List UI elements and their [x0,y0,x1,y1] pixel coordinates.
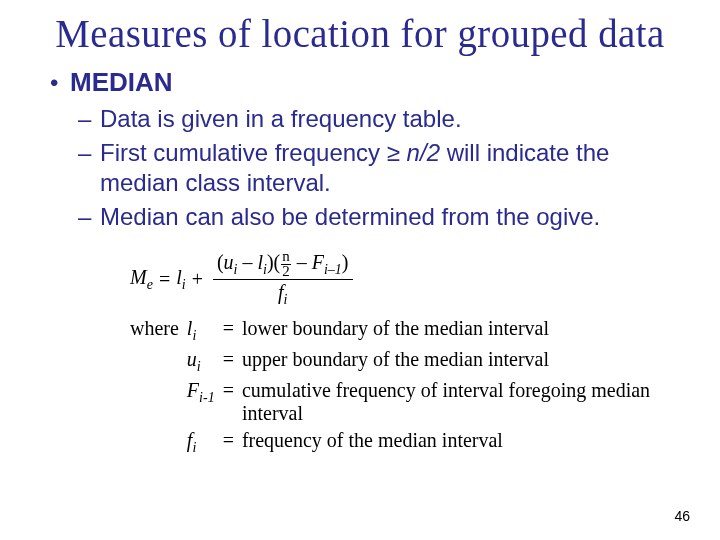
dash-icon: – [78,138,100,168]
m-var: M [130,266,147,288]
content-area: • MEDIAN – Data is given in a frequency … [50,67,680,456]
definitions: where li = lower boundary of the median … [130,317,680,456]
sub-text-1: Data is given in a frequency table. [100,104,462,134]
median-formula: Me = li + (ui – li)(n2 – Fi–1) fi [130,250,680,309]
sub-text-3: Median can also be determined from the o… [100,202,600,232]
def-desc-ui: upper boundary of the median interval [242,348,680,371]
frac-numerator: (ui – li)(n2 – Fi–1) [213,250,353,280]
def-sym-fi: fi [187,429,215,456]
def-eq-3: = [223,379,234,402]
def-desc-li: lower boundary of the median interval [242,317,680,340]
sub-item-2: – First cumulative frequency ≥ n/2 will … [78,138,680,198]
def-eq-4: = [223,429,234,452]
formula-block: Me = li + (ui – li)(n2 – Fi–1) fi where … [130,250,680,456]
n-over-2: n2 [281,250,291,278]
u-var: u [224,251,234,273]
sub-text-2: First cumulative frequency ≥ n/2 will in… [100,138,680,198]
li-term: li [176,266,185,293]
sub-item-3: – Median can also be determined from the… [78,202,680,232]
def-sym-li: li [187,317,215,344]
dash-icon: – [78,104,100,134]
where-label: where [130,317,179,340]
f-cap-sub: i–1 [324,262,342,277]
equals: = [159,268,170,291]
def-sym-ui: ui [187,348,215,375]
def-sym-fi1: Fi-1 [187,379,215,406]
slide-title: Measures of location for grouped data [11,10,709,57]
sub2-n-over-2: n/2 [407,139,440,166]
paren-mid: )( [267,251,280,273]
minus1: – [237,251,257,273]
plus: + [192,268,203,291]
bullet-dot-icon: • [50,71,70,95]
m-sub: e [147,277,153,292]
minus2: – [292,251,312,273]
f-cap-var: F [312,251,324,273]
page-number: 46 [674,508,690,524]
sub-item-1: – Data is given in a frequency table. [78,104,680,134]
li-sub: i [182,277,186,292]
bullet-median: • MEDIAN [50,67,680,98]
def-desc-fi1: cumulative frequency of interval foregoi… [242,379,680,425]
def-eq-2: = [223,348,234,371]
fraction: (ui – li)(n2 – Fi–1) fi [213,250,353,309]
sub2-part-a: First cumulative frequency ≥ [100,139,407,166]
def-desc-fi: frequency of the median interval [242,429,680,452]
def-eq-1: = [223,317,234,340]
dash-icon: – [78,202,100,232]
sub-list: – Data is given in a frequency table. – … [78,104,680,232]
paren-close: ) [342,251,349,273]
paren-open: ( [217,251,224,273]
fi-sub: i [284,292,288,307]
bullet-label: MEDIAN [70,67,173,98]
frac-denominator: fi [274,280,291,309]
n-bot: 2 [281,265,291,279]
me-symbol: Me [130,266,153,293]
